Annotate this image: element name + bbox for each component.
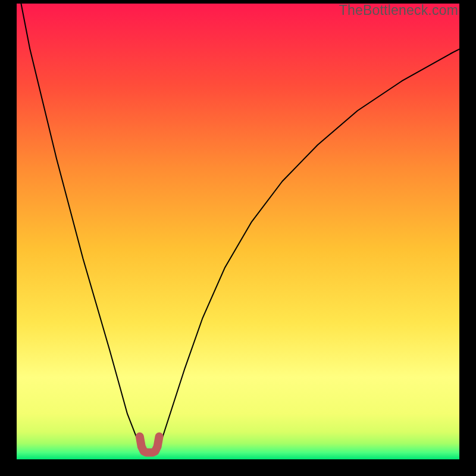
bottleneck-chart — [17, 4, 459, 459]
gradient-background — [17, 4, 459, 459]
watermark-text: TheBottleneck.com — [339, 2, 458, 18]
chart-frame — [17, 4, 459, 459]
